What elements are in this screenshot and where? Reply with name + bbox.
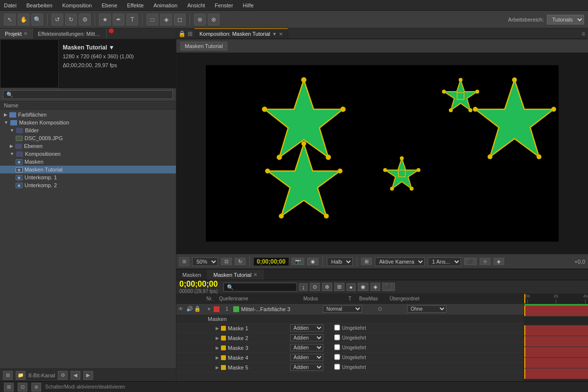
3d-btn[interactable]: ⊹ [480, 258, 490, 265]
tree-item-unterkomp1[interactable]: ▣ Unterkomp. 1 [0, 173, 176, 181]
grid-btn[interactable]: ⊞ [361, 258, 372, 265]
tree-item-bilder[interactable]: ▼ Bilder [0, 126, 176, 134]
tl-tab-masken-tutorial[interactable]: Masken Tutorial ✕ [208, 270, 264, 280]
tl-btn-5[interactable]: ● [346, 283, 356, 291]
mask-3-checkbox[interactable] [334, 344, 340, 350]
tl-tab-close[interactable]: ✕ [253, 272, 257, 277]
tool-text[interactable]: T [126, 14, 138, 25]
mask-2-check[interactable] [334, 334, 341, 342]
mask-1-checkbox[interactable] [334, 324, 340, 331]
tool-pen[interactable]: ✒ [113, 14, 124, 25]
new-comp-btn[interactable]: ⊞ [3, 371, 13, 380]
addieren-select-1[interactable]: Addien [290, 324, 323, 332]
addieren-select-3[interactable]: Addien [290, 344, 323, 351]
tl-btn-1[interactable]: ↨ [299, 283, 308, 291]
menu-hilfe[interactable]: Hilfe [241, 1, 256, 9]
view-select[interactable]: 1 Ans... [428, 257, 461, 266]
mask-4-check[interactable] [334, 354, 341, 361]
tree-item-dsc0009[interactable]: DSC_0009.JPG [0, 134, 176, 142]
tl-tab-masken[interactable]: Masken [176, 270, 208, 280]
tool-clone[interactable]: ⊕ [194, 14, 206, 25]
bit-depth-btn[interactable]: ⚙ [58, 371, 68, 380]
tl-btn-8[interactable]: ⬛ [382, 283, 395, 291]
mask-row-5[interactable]: ▶ Maske 5 Addien Umgekehrt [176, 363, 524, 372]
menu-animation[interactable]: Animation [151, 1, 179, 9]
tl-btn-3[interactable]: ⊕ [322, 283, 332, 291]
mask-row-2[interactable]: ▶ Maske 2 Addien Umgekehrt [176, 333, 524, 343]
mask-row-4[interactable]: ▶ Maske 4 Addien Umgekehrt [176, 353, 524, 363]
next-btn[interactable]: ▶ [83, 371, 93, 380]
addieren-select-5[interactable]: Addien [290, 364, 323, 371]
layer-lock-1[interactable]: 🔒 [194, 306, 201, 312]
comp-tab-dropdown[interactable]: ▼ [272, 31, 277, 37]
tree-item-masken[interactable]: ▣ Masken [0, 158, 176, 166]
tool-mask[interactable]: ◈ [160, 14, 172, 25]
project-search-input[interactable] [3, 90, 173, 99]
tab-effect-settings[interactable]: Effekteinstellungen: Mittel-Grün f [33, 28, 107, 39]
timeline-current-time[interactable]: 0;00;00;00 [179, 280, 218, 289]
comp-menu-icon[interactable]: ≡ [582, 30, 585, 37]
menu-ansicht[interactable]: Ansicht [185, 1, 207, 9]
comp-refresh-btn[interactable]: ↻ [235, 258, 245, 265]
tool-eraser[interactable]: ◻ [174, 14, 186, 25]
status-btn-3[interactable]: ⊛ [31, 383, 41, 392]
tree-item-farbflachen[interactable]: ▶ Farbflächen [0, 111, 176, 119]
mask-1-check[interactable] [334, 324, 341, 332]
tl-btn-4[interactable]: ⊞ [334, 283, 344, 291]
uber-select-1[interactable]: Ohne [407, 305, 446, 313]
menu-datei[interactable]: Datei [2, 1, 19, 9]
zoom-select[interactable]: 50% [192, 257, 218, 266]
camera-select[interactable]: Aktive Kamera [375, 257, 425, 266]
addieren-select-2[interactable]: Addien [290, 334, 323, 342]
mask-2-checkbox[interactable] [334, 334, 340, 341]
new-folder-btn[interactable]: 📁 [16, 371, 25, 380]
prev-btn[interactable]: ◀ [71, 371, 80, 380]
timeline-search-input[interactable] [223, 283, 297, 292]
tl-btn-2[interactable]: ⊙ [310, 283, 320, 291]
mask-5-checkbox[interactable] [334, 364, 340, 370]
mask-row-1[interactable]: ▶ Maske 1 Addien Umgekehrt [176, 323, 524, 333]
snapshot-btn[interactable]: 📷 [292, 258, 304, 265]
status-btn-1[interactable]: ⊞ [4, 383, 14, 392]
tool-zoom[interactable]: 🔍 [31, 14, 43, 25]
layer-eye-1[interactable]: 👁 [178, 306, 185, 312]
tree-item-masken-komposition[interactable]: ▼ Masken Komposition [0, 119, 176, 126]
menu-komposition[interactable]: Komposition [60, 1, 94, 9]
addieren-select-4[interactable]: Addien [290, 354, 323, 361]
menu-ebene[interactable]: Ebene [99, 1, 119, 9]
tool-hand[interactable]: ✋ [18, 14, 29, 25]
comp-name-btn[interactable]: Masken Tutorial [180, 42, 227, 50]
light-btn[interactable]: ◈ [493, 258, 504, 265]
comp-playback-btn[interactable]: ⊞ [179, 257, 189, 266]
render-btn[interactable]: ⬛ [464, 258, 477, 265]
tl-btn-7[interactable]: ◈ [370, 283, 380, 291]
mask-row-3[interactable]: ▶ Maske 3 Addien Umgekehrt [176, 343, 524, 353]
tree-item-ebenen[interactable]: ▶ Ebenen [0, 142, 176, 150]
status-btn-2[interactable]: ⊡ [18, 383, 27, 392]
mask-3-check[interactable] [334, 344, 341, 351]
tree-item-unterkomp2[interactable]: ▣ Unterkomp. 2 [0, 181, 176, 189]
menu-bearbeiten[interactable]: Bearbeiten [24, 1, 54, 9]
layer-row-1[interactable]: 👁 🔊 🔒 ▼ 1 Mittel-...Farbfläche 3 Normal [176, 304, 524, 315]
mask-4-checkbox[interactable] [334, 354, 340, 360]
tool-redo[interactable]: ↻ [65, 14, 77, 25]
tool-shape[interactable]: □ [147, 14, 158, 25]
tree-item-masken-tutorial[interactable]: ▣ Masken Tutorial [0, 166, 176, 173]
tab-project[interactable]: Projekt ✕ [0, 28, 33, 39]
layer-expand-1[interactable]: ▼ [207, 307, 213, 312]
tab-project-close[interactable]: ✕ [24, 31, 27, 36]
comp-fit-btn[interactable]: ⊡ [221, 258, 232, 265]
tool-settings[interactable]: ⚙ [79, 14, 91, 25]
mask-5-check[interactable] [334, 364, 341, 371]
tl-btn-6[interactable]: ◉ [358, 283, 368, 291]
tool-select[interactable]: ↖ [4, 14, 16, 25]
tree-item-kompositionen[interactable]: ▼ Kompositionen [0, 150, 176, 158]
show-btn[interactable]: ◉ [307, 258, 318, 265]
comp-tab-close[interactable]: ✕ [279, 31, 283, 37]
tool-star[interactable]: ★ [99, 14, 111, 25]
tool-undo[interactable]: ↺ [51, 14, 63, 25]
workspace-select[interactable]: Tutorials [547, 15, 584, 24]
quality-select[interactable]: Halb [327, 257, 353, 266]
tool-paint[interactable]: ⊗ [208, 14, 220, 25]
menu-effekte[interactable]: Effekte [125, 1, 146, 9]
